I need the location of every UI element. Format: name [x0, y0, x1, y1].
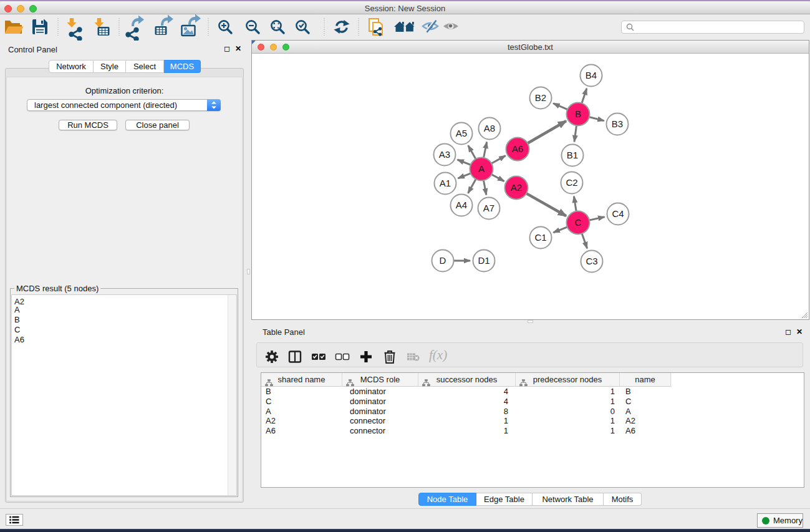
svg-text:A8: A8 [484, 123, 495, 133]
svg-text:C: C [575, 217, 582, 228]
svg-text:B2: B2 [535, 92, 546, 103]
svg-text:D1: D1 [478, 255, 489, 266]
svg-text:C3: C3 [586, 256, 597, 266]
svg-text:C4: C4 [612, 208, 624, 219]
svg-text:B: B [575, 109, 581, 119]
svg-text:B4: B4 [586, 70, 597, 80]
svg-text:A6: A6 [512, 143, 523, 154]
svg-text:B3: B3 [612, 118, 623, 129]
svg-text:C2: C2 [566, 177, 577, 188]
svg-text:A5: A5 [456, 128, 467, 138]
svg-text:D: D [440, 255, 446, 266]
svg-text:C1: C1 [534, 232, 546, 243]
svg-text:A7: A7 [483, 203, 494, 213]
svg-text:A1: A1 [440, 178, 451, 188]
svg-text:A: A [478, 163, 485, 174]
svg-text:A4: A4 [456, 200, 467, 210]
svg-text:A2: A2 [511, 182, 522, 193]
svg-text:A3: A3 [439, 149, 450, 160]
svg-text:B1: B1 [567, 150, 578, 160]
